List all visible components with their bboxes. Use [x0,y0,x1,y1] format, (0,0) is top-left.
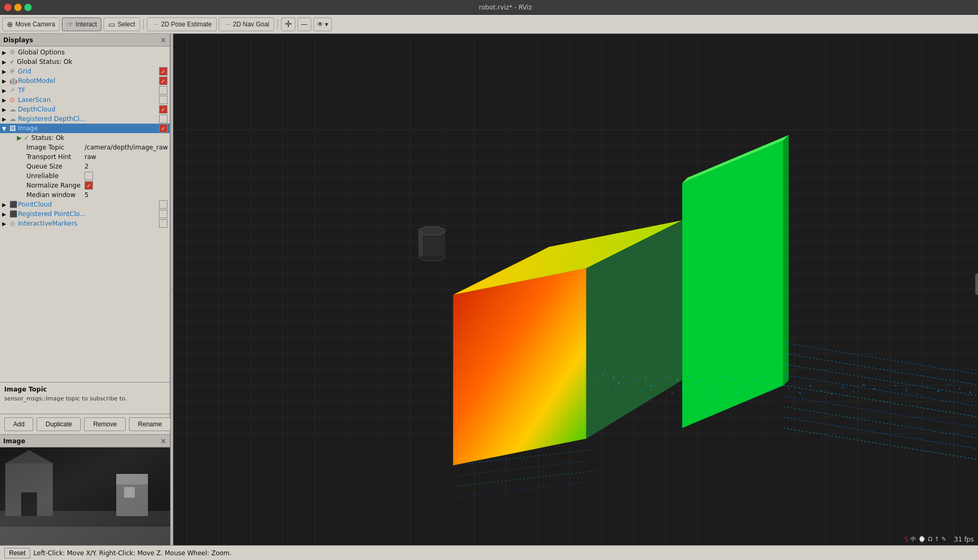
toolbar: ⊕ Move Camera ☞ Interact ▭ Select → 2D P… [0,15,978,34]
displays-title: Displays [3,36,33,44]
display-item-image[interactable]: ▼ 🖼 Image [0,124,170,133]
display-item-image-status[interactable]: ▶ ✓ Status: Ok [0,133,170,143]
display-item-interactive-markers[interactable]: ▶ ◎ InteractiveMarkers [0,219,170,228]
grid-arrow: ▶ [2,69,10,74]
interactive-markers-label: InteractiveMarkers [18,220,159,227]
window-controls[interactable] [4,4,32,11]
normalize-range-checkbox[interactable] [85,181,93,190]
depthcloud-checkbox[interactable] [159,105,167,114]
registered-pc-checkbox[interactable] [159,210,167,218]
duplicate-button[interactable]: Duplicate [36,417,81,431]
robotmodel-arrow: ▶ [2,78,10,84]
svg-rect-80 [746,390,747,391]
display-item-grid[interactable]: ▶ # Grid [0,67,170,76]
registered-depth-icon: ☁ [10,115,18,123]
grid-checkbox[interactable] [159,67,167,76]
svg-marker-60 [453,268,586,465]
pointcloud-label: PointCloud [18,201,159,208]
view-button[interactable]: 👁 ▾ [313,17,332,31]
statusbar-hint: Left-Click: Move X/Y. Right-Click: Move … [33,549,231,557]
display-item-robotmodel[interactable]: ▶ 🤖 RobotModel [0,76,170,86]
svg-rect-106 [645,377,646,378]
robotmodel-checkbox[interactable] [159,77,167,85]
display-item-depthcloud[interactable]: ▶ ☁ DepthCloud [0,105,170,114]
transport-hint-value: raw [85,153,167,161]
queue-size-value: 2 [85,163,167,170]
remove-button[interactable]: Remove [84,417,126,431]
tf-checkbox[interactable] [159,86,167,95]
svg-rect-75 [693,394,694,395]
svg-rect-76 [704,388,705,389]
focus-button[interactable]: — [297,17,311,31]
tray-icon-1: S [905,536,909,543]
svg-rect-103 [613,377,614,378]
svg-rect-96 [917,394,918,395]
svg-rect-117 [762,377,763,378]
svg-rect-72 [661,390,662,391]
grid-icon: # [10,68,18,75]
image-icon: 🖼 [10,125,18,132]
select-button[interactable]: ▭ Select [104,17,139,31]
pose-estimate-button[interactable]: → 2D Pose Estimate [147,17,217,31]
rename-button[interactable]: Rename [129,417,171,431]
select-icon: ▭ [108,20,115,29]
display-item-global-status[interactable]: ▶ ✓ Global Status: Ok [0,57,170,67]
svg-rect-85 [799,393,800,394]
titlebar: robot.rviz* - RViz [0,0,978,15]
fps-display: 31 fps [954,536,974,543]
registered-depth-arrow: ▶ [2,116,10,122]
display-item-pointcloud[interactable]: ▶ ⬛ PointCloud [0,200,170,209]
move-camera-button[interactable]: ⊕ Move Camera [2,17,60,31]
display-item-laserscan[interactable]: ▶ ⊙ LaserScan [0,95,170,105]
reset-button[interactable]: Reset [4,548,30,558]
displays-close-button[interactable]: ✕ [160,36,166,44]
image-panel: Image ✕ [0,434,170,545]
svg-rect-113 [720,376,721,377]
interactive-markers-checkbox[interactable] [159,219,167,228]
robotmodel-label: RobotModel [18,77,159,85]
svg-rect-87 [821,390,822,391]
depthcloud-label: DepthCloud [18,106,159,113]
svg-rect-110 [687,376,688,377]
svg-rect-107 [656,380,657,381]
tray-icon-4: Ω [928,536,932,543]
display-item-global-options[interactable]: ▶ ⚙ Global Options [0,48,170,57]
move-camera-label: Move Camera [15,21,55,28]
svg-rect-94 [896,386,897,387]
maximize-button[interactable] [24,4,32,11]
add-button[interactable]: Add [4,417,33,431]
pointcloud-icon: ⬛ [10,201,18,208]
display-item-registered-depth[interactable]: ▶ ☁ Registered DepthCl... [0,114,170,124]
global-options-icon: ⚙ [10,49,18,56]
svg-rect-100 [960,388,961,389]
median-window-label: Median window [26,191,85,199]
interact-button[interactable]: ☞ Interact [62,17,101,31]
display-item-registered-pc[interactable]: ▶ ⬛ Registered PointClo... [0,209,170,219]
svg-rect-108 [666,377,667,378]
minimize-button[interactable] [14,4,22,11]
3d-viewport[interactable]: 31 fps S 中 ⌚ Ω ↑ ✎ [173,34,978,545]
svg-rect-84 [789,388,790,389]
image-checkbox[interactable] [159,124,167,133]
global-options-arrow: ▶ [2,50,10,55]
tf-label: TF [18,87,159,94]
displays-header: Displays ✕ [0,34,170,46]
unreliable-checkbox[interactable] [85,172,93,180]
svg-rect-82 [768,391,769,392]
registered-depth-checkbox[interactable] [159,115,167,123]
image-panel-close-button[interactable]: ✕ [160,437,166,445]
pose-estimate-label: 2D Pose Estimate [161,21,212,28]
svg-rect-90 [853,391,854,392]
svg-rect-93 [884,392,886,393]
nav-goal-button[interactable]: → 2D Nav Goal [219,17,274,31]
svg-rect-92 [874,388,875,389]
display-item-tf[interactable]: ▶ ↗ TF [0,86,170,95]
tf-arrow: ▶ [2,88,10,94]
toolbar-sep-1 [143,19,144,30]
displays-list[interactable]: ▶ ⚙ Global Options ▶ ✓ Global Status: Ok… [0,46,170,382]
svg-rect-115 [741,376,742,377]
laserscan-checkbox[interactable] [159,96,167,104]
axes-button[interactable]: ✛ [281,17,295,31]
pointcloud-checkbox[interactable] [159,200,167,209]
close-button[interactable] [4,4,12,11]
